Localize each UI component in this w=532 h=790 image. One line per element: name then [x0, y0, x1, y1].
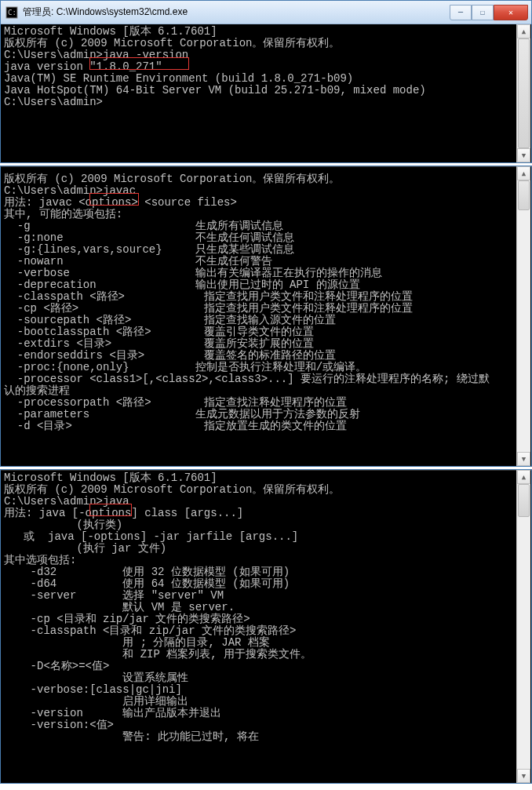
scroll-thumb[interactable] [518, 38, 530, 148]
window-controls: ─ ☐ ✕ [450, 5, 528, 20]
output-line: (执行 jar 文件) [4, 543, 514, 555]
scroll-down-button[interactable]: ▼ [517, 769, 530, 783]
output-line: Microsoft Windows [版本 6.1.7601] [4, 26, 514, 38]
output-line: -d32 使用 32 位数据模型 (如果可用) [4, 566, 514, 578]
output-line: 版权所有 (c) 2009 Microsoft Corporation。保留所有… [4, 484, 514, 496]
output-line: -bootclasspath <路径> 覆盖引导类文件的位置 [4, 326, 514, 338]
output-line: -verbose 输出有关编译器正在执行的操作的消息 [4, 268, 514, 279]
terminal-area: Microsoft Windows [版本 6.1.7601] 版权所有 (c)… [1, 24, 531, 162]
cmd-window-2: 版权所有 (c) 2009 Microsoft Corporation。保留所有… [0, 166, 532, 467]
output-line: 默认 VM 是 server. [4, 602, 514, 613]
minimize-button[interactable]: ─ [450, 5, 472, 20]
scroll-thumb[interactable] [518, 484, 530, 517]
output-line: 设置系统属性 [4, 672, 514, 684]
output-line: -version 输出产品版本并退出 [4, 708, 514, 719]
output-line: -d <目录> 指定放置生成的类文件的位置 [4, 420, 514, 432]
output-line: (执行类) [4, 519, 514, 531]
scroll-track[interactable] [517, 484, 530, 769]
output-line: -extdirs <目录> 覆盖所安装扩展的位置 [4, 338, 514, 350]
output-line: -g 生成所有调试信息 [4, 220, 514, 232]
output-line: java version "1.8.0_271" [4, 61, 514, 73]
output-line: -cp <路径> 指定查找用户类文件和注释处理程序的位置 [4, 303, 514, 315]
scroll-track[interactable] [517, 38, 530, 148]
scroll-down-button[interactable]: ▼ [517, 148, 530, 162]
output-line: -parameters 生成元数据以用于方法参数的反射 [4, 409, 514, 420]
output-line: Microsoft Windows [版本 6.1.7601] [4, 472, 514, 484]
cmd-icon: C: [5, 6, 18, 19]
output-line: 其中选项包括: [4, 555, 514, 566]
output-line: -classpath <路径> 指定查找用户类文件和注释处理程序的位置 [4, 291, 514, 303]
output-line: C:\Users\admin>java -version [4, 49, 514, 61]
output-line: -endorseddirs <目录> 覆盖签名的标准路径的位置 [4, 350, 514, 362]
output-line: 其中, 可能的选项包括: [4, 209, 514, 220]
output-line: -g:{lines,vars,source} 只生成某些调试信息 [4, 244, 514, 256]
close-button[interactable]: ✕ [494, 5, 528, 20]
terminal-output[interactable]: Microsoft Windows [版本 6.1.7601] 版权所有 (c)… [1, 470, 531, 783]
output-line: 和 ZIP 档案列表, 用于搜索类文件。 [4, 649, 514, 661]
scrollbar[interactable]: ▲ ▼ [516, 470, 530, 783]
output-line: -cp <目录和 zip/jar 文件的类搜索路径> [4, 613, 514, 625]
scroll-up-button[interactable]: ▲ [517, 470, 530, 484]
scroll-track[interactable] [517, 180, 530, 452]
output-line: -nowarn 不生成任何警告 [4, 256, 514, 268]
output-line: 用法: java [-options] class [args...] [4, 508, 514, 519]
output-line: C:\Users\admin> [4, 96, 514, 108]
output-line: -D<名称>=<值> [4, 661, 514, 672]
svg-text:C:: C: [8, 9, 16, 16]
output-line: -d64 使用 64 位数据模型 (如果可用) [4, 578, 514, 590]
cmd-window-1: C: 管理员: C:\Windows\system32\cmd.exe ─ ☐ … [0, 0, 532, 163]
maximize-button[interactable]: ☐ [472, 5, 494, 20]
output-line: -version:<值> [4, 719, 514, 731]
cmd-window-3: Microsoft Windows [版本 6.1.7601] 版权所有 (c)… [0, 469, 532, 784]
output-line: -g:none 不生成任何调试信息 [4, 232, 514, 244]
terminal-output[interactable]: Microsoft Windows [版本 6.1.7601] 版权所有 (c)… [1, 24, 531, 162]
output-line: 用法: javac <options> <source files> [4, 197, 514, 209]
output-line: Java HotSpot(TM) 64-Bit Server VM (build… [4, 85, 514, 96]
scrollbar[interactable]: ▲ ▼ [516, 24, 530, 162]
output-line: -classpath <目录和 zip/jar 文件的类搜索路径> [4, 625, 514, 637]
window-title: 管理员: C:\Windows\system32\cmd.exe [23, 5, 450, 19]
scroll-up-button[interactable]: ▲ [517, 24, 530, 38]
output-line: -deprecation 输出使用已过时的 API 的源位置 [4, 279, 514, 291]
output-line: Java(TM) SE Runtime Environment (build 1… [4, 73, 514, 85]
output-line: 启用详细输出 [4, 696, 514, 708]
terminal-output[interactable]: 版权所有 (c) 2009 Microsoft Corporation。保留所有… [1, 166, 531, 466]
output-line: -processorpath <路径> 指定查找注释处理程序的位置 [4, 397, 514, 409]
output-line: -verbose:[class|gc|jni] [4, 684, 514, 696]
scroll-thumb[interactable] [518, 180, 530, 210]
output-line: C:\Users\admin>java [4, 496, 514, 508]
output-line: 版权所有 (c) 2009 Microsoft Corporation。保留所有… [4, 38, 514, 49]
output-line: 用 ; 分隔的目录, JAR 档案 [4, 637, 514, 649]
titlebar[interactable]: C: 管理员: C:\Windows\system32\cmd.exe ─ ☐ … [1, 1, 531, 24]
terminal-area: Microsoft Windows [版本 6.1.7601] 版权所有 (c)… [1, 470, 531, 783]
output-line: -sourcepath <路径> 指定查找输入源文件的位置 [4, 315, 514, 326]
output-line: 或 java [-options] -jar jarfile [args...] [4, 531, 514, 543]
output-line: -processor <class1>[,<class2>,<class3>..… [4, 373, 514, 385]
output-line: 认的搜索进程 [4, 385, 514, 397]
scroll-down-button[interactable]: ▼ [517, 452, 530, 466]
terminal-area: 版权所有 (c) 2009 Microsoft Corporation。保留所有… [1, 166, 531, 466]
output-line: 版权所有 (c) 2009 Microsoft Corporation。保留所有… [4, 173, 514, 185]
output-line: -server 选择 "server" VM [4, 590, 514, 602]
output-line: -proc:{none,only} 控制是否执行注释处理和/或编译。 [4, 362, 514, 373]
output-line: 警告: 此功能已过时, 将在 [4, 731, 514, 743]
scroll-up-button[interactable]: ▲ [517, 166, 530, 180]
output-line: C:\Users\admin>javac [4, 185, 514, 197]
scrollbar[interactable]: ▲ ▼ [516, 166, 530, 466]
